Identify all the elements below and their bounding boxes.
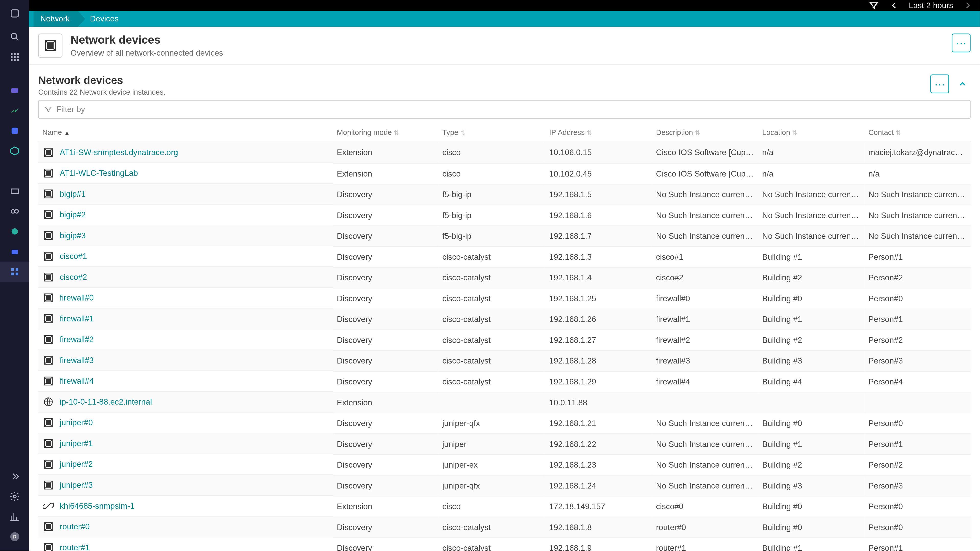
svg-rect-5	[17, 53, 18, 55]
device-icon	[42, 271, 54, 283]
breadcrumb-item-network[interactable]: Network	[34, 11, 78, 27]
cell-name: bigip#2	[38, 205, 333, 225]
device-link[interactable]: cisco#2	[60, 272, 87, 282]
nav-item-6-icon[interactable]	[0, 201, 29, 221]
nav-item-8-icon[interactable]	[0, 241, 29, 262]
svg-rect-58	[46, 233, 51, 238]
cell-desc: No Such Instance currently…	[652, 413, 758, 433]
table-row: AT1i-SW-snmptest.dynatrace.orgExtensionc…	[38, 142, 970, 163]
col-monitoring-mode[interactable]: Monitoring mode⇅	[333, 123, 438, 142]
nav-item-7-icon[interactable]	[0, 221, 29, 241]
svg-rect-88	[46, 337, 51, 342]
device-link[interactable]: bigip#2	[60, 210, 86, 219]
col-contact[interactable]: Contact⇅	[864, 123, 970, 142]
table-row: router#0Discoverycisco-catalyst192.168.1…	[38, 516, 970, 537]
cell-contact: n/a	[864, 163, 970, 184]
device-link[interactable]: juniper#2	[60, 460, 93, 469]
device-link[interactable]: firewall#3	[60, 356, 94, 365]
device-link[interactable]: juniper#1	[60, 439, 93, 448]
cell-type: cisco-catalyst	[438, 516, 545, 537]
device-link[interactable]: juniper#0	[60, 418, 93, 427]
nav-item-1-icon[interactable]	[0, 81, 29, 101]
device-link[interactable]: firewall#2	[60, 335, 94, 344]
timeframe-label[interactable]: Last 2 hours	[909, 1, 953, 10]
nav-search-icon[interactable]	[0, 27, 29, 47]
cell-mon: Discovery	[333, 267, 438, 288]
cell-desc: No Such Instance currently…	[652, 205, 758, 225]
device-link[interactable]: router#1	[60, 543, 90, 551]
cell-name: khi64685-snmpsim-1	[38, 496, 333, 517]
nav-expand-icon[interactable]	[0, 466, 29, 486]
cell-type: f5-big-ip	[438, 225, 545, 246]
device-link[interactable]: firewall#1	[60, 314, 94, 324]
cell-name: AT1i-SW-snmptest.dynatrace.org	[38, 142, 333, 163]
device-icon	[42, 250, 54, 262]
cell-type: cisco-catalyst	[438, 329, 545, 350]
device-link[interactable]: ip-10-0-11-88.ec2.internal	[60, 397, 152, 407]
table-row: router#1Discoverycisco-catalyst192.168.1…	[38, 537, 970, 551]
device-icon	[42, 146, 54, 158]
device-link[interactable]: firewall#0	[60, 293, 94, 303]
device-link[interactable]: AT1i-WLC-TestingLab	[60, 168, 138, 178]
device-link[interactable]: AT1i-SW-snmptest.dynatrace.org	[60, 148, 178, 157]
cell-ip: 10.102.0.45	[545, 163, 652, 184]
section-subtitle: Contains 22 Network device instances.	[38, 88, 165, 96]
table-row: juniper#3Discoveryjuniper-qfx192.168.1.2…	[38, 475, 970, 496]
cell-contact: Person#2	[864, 329, 970, 350]
table-row: juniper#0Discoveryjuniper-qfx192.168.1.2…	[38, 413, 970, 433]
svg-rect-76	[46, 295, 51, 300]
device-link[interactable]: khi64685-snmpsim-1	[60, 501, 135, 511]
cell-type: f5-big-ip	[438, 205, 545, 225]
section-collapse-icon[interactable]	[955, 76, 970, 92]
table-row: khi64685-snmpsim-1Extensioncisco172.18.1…	[38, 496, 970, 517]
device-link[interactable]: bigip#3	[60, 231, 86, 240]
nav-settings-icon[interactable]	[0, 486, 29, 507]
timeframe-forward-icon[interactable]	[963, 0, 973, 11]
filter-icon[interactable]	[869, 0, 879, 11]
nav-item-2-icon[interactable]	[0, 101, 29, 121]
svg-rect-131	[46, 524, 51, 529]
device-icon	[42, 479, 54, 491]
table-row: AT1i-WLC-TestingLabExtensioncisco10.102.…	[38, 163, 970, 184]
cell-type: cisco-catalyst	[438, 288, 545, 309]
nav-item-3-icon[interactable]	[0, 121, 29, 141]
svg-rect-12	[11, 88, 18, 93]
timeframe-back-icon[interactable]	[889, 0, 899, 11]
nav-apps-icon[interactable]	[0, 47, 29, 67]
col-description[interactable]: Description⇅	[652, 123, 758, 142]
cell-loc: No Such Instance currently…	[758, 205, 864, 225]
col-ip[interactable]: IP Address⇅	[545, 123, 652, 142]
cell-mon: Discovery	[333, 329, 438, 350]
filter-input[interactable]: Filter by	[38, 100, 970, 119]
section-actions-button[interactable]: ⋯	[930, 75, 949, 94]
page-actions-button[interactable]: ⋯	[952, 34, 970, 52]
section-title: Network devices	[38, 75, 165, 86]
nav-avatar-icon[interactable]: R	[0, 527, 29, 547]
device-link[interactable]: juniper#3	[60, 480, 93, 490]
nav-analytics-icon[interactable]	[0, 507, 29, 527]
cell-contact: No Such Instance currently…	[864, 205, 970, 225]
cell-name: firewall#0	[38, 288, 333, 309]
cell-desc: firewall#1	[652, 309, 758, 330]
svg-rect-11	[17, 59, 18, 61]
cell-ip: 192.168.1.5	[545, 184, 652, 205]
svg-rect-94	[46, 358, 51, 363]
nav-item-5-icon[interactable]	[0, 181, 29, 201]
col-type[interactable]: Type⇅	[438, 123, 545, 142]
svg-rect-9	[11, 59, 12, 61]
nav-item-4-icon[interactable]	[0, 141, 29, 161]
device-link[interactable]: router#0	[60, 522, 90, 531]
table-row: bigip#3Discoveryf5-big-ip192.168.1.7No S…	[38, 225, 970, 246]
svg-point-24	[13, 495, 16, 498]
device-link[interactable]: cisco#1	[60, 251, 87, 261]
nav-logo-icon[interactable]	[0, 0, 29, 27]
cell-mon: Discovery	[333, 537, 438, 551]
svg-rect-40	[46, 171, 51, 176]
cell-type: juniper-qfx	[438, 413, 545, 433]
device-link[interactable]: bigip#1	[60, 189, 86, 199]
device-link[interactable]: firewall#4	[60, 376, 94, 386]
col-location[interactable]: Location⇅	[758, 123, 864, 142]
nav-item-9-icon[interactable]	[0, 262, 29, 282]
col-name[interactable]: Name▲	[38, 123, 333, 142]
cell-type: f5-big-ip	[438, 184, 545, 205]
